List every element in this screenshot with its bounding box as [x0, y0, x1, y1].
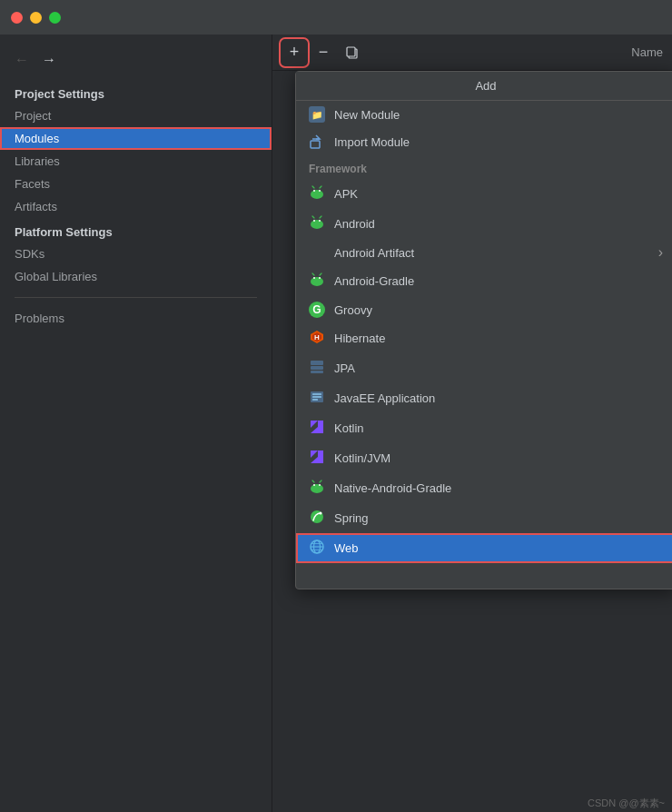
minimize-button[interactable] — [30, 12, 42, 24]
back-button[interactable]: ← — [11, 49, 33, 71]
add-dropdown: Add 📁 New Module Import Module Framewo — [295, 71, 672, 589]
kotlin-jvm-icon — [309, 449, 325, 468]
jpa-icon — [309, 359, 325, 378]
web-icon — [309, 539, 325, 558]
dropdown-header: Add — [296, 72, 672, 101]
apk-label: APK — [334, 187, 358, 201]
sidebar-nav: ← → — [0, 44, 272, 80]
forward-button[interactable]: → — [38, 49, 60, 71]
svg-line-18 — [320, 273, 321, 275]
svg-rect-1 — [347, 47, 355, 56]
dropdown-item-apk[interactable]: APK — [296, 179, 672, 209]
kotlin-jvm-label: Kotlin/JVM — [334, 451, 390, 465]
kotlin-icon — [309, 419, 325, 438]
svg-marker-29 — [311, 421, 318, 428]
dropdown-item-kotlin-jvm[interactable]: Kotlin/JVM — [296, 443, 672, 473]
groovy-label: Groovy — [334, 303, 372, 317]
add-button[interactable]: + — [282, 40, 307, 65]
svg-point-14 — [311, 277, 323, 286]
dropdown-item-jpa[interactable]: JPA — [296, 353, 672, 383]
dropdown-item-kotlin[interactable]: Kotlin — [296, 413, 672, 443]
dropdown-item-android[interactable]: Android — [296, 209, 672, 239]
new-module-label: New Module — [334, 108, 400, 122]
dropdown-item-spring[interactable]: Spring — [296, 503, 672, 533]
dropdown-item-import-module[interactable]: Import Module — [296, 128, 672, 155]
svg-line-13 — [320, 216, 321, 218]
svg-point-15 — [313, 277, 315, 279]
section-header-project-settings: Project Settings — [0, 80, 272, 104]
native-android-gradle-icon — [309, 479, 325, 498]
title-bar — [0, 0, 672, 35]
watermark: CSDN @@素素~ — [272, 795, 672, 812]
svg-line-36 — [312, 480, 314, 482]
spring-label: Spring — [334, 511, 369, 525]
android-artifact-label: Android Artifact — [334, 246, 414, 260]
sidebar-divider — [15, 297, 257, 298]
spring-icon — [309, 509, 325, 528]
jpa-label: JPA — [334, 361, 355, 375]
svg-point-10 — [313, 220, 315, 222]
javaee-icon — [309, 389, 325, 408]
dropdown-item-javaee[interactable]: JavaEE Application — [296, 383, 672, 413]
hibernate-icon: H — [309, 329, 325, 348]
android-label: Android — [334, 217, 375, 231]
copy-button[interactable] — [340, 40, 365, 65]
web-label: Web — [334, 541, 359, 555]
svg-line-17 — [312, 273, 314, 275]
svg-rect-26 — [312, 393, 321, 395]
svg-point-39 — [320, 512, 322, 515]
dropdown-item-new-module[interactable]: 📁 New Module — [296, 101, 672, 128]
close-button[interactable] — [11, 12, 23, 24]
sidebar-item-libraries[interactable]: Libraries — [0, 150, 272, 173]
sidebar-item-artifacts[interactable]: Artifacts — [0, 195, 272, 218]
main-layout: ← → Project Settings Project Modules Lib… — [0, 35, 672, 812]
svg-rect-22 — [311, 361, 323, 365]
new-module-icon: 📁 — [309, 106, 325, 123]
android-gradle-label: Android-Gradle — [334, 274, 414, 288]
svg-text:H: H — [314, 333, 320, 342]
svg-line-8 — [320, 186, 321, 188]
import-module-icon — [309, 134, 325, 150]
dropdown-item-groovy[interactable]: G Groovy — [296, 296, 672, 323]
svg-point-4 — [311, 190, 323, 199]
svg-rect-2 — [311, 141, 320, 148]
content-area: + − Name Add 📁 New Module — [272, 35, 672, 812]
sidebar-item-project[interactable]: Project — [0, 104, 272, 127]
groovy-icon: G — [309, 302, 325, 318]
dropdown-item-native-android-gradle[interactable]: Native-Android-Gradle — [296, 473, 672, 503]
android-gradle-icon — [309, 272, 325, 291]
sidebar: ← → Project Settings Project Modules Lib… — [0, 35, 272, 812]
dropdown-item-android-artifact[interactable]: Android Artifact — [296, 239, 672, 266]
column-name-header: Name — [631, 45, 663, 59]
svg-point-16 — [319, 277, 321, 279]
javaee-label: JavaEE Application — [334, 391, 435, 405]
svg-marker-31 — [311, 451, 318, 458]
apk-icon — [309, 184, 325, 203]
svg-point-33 — [311, 484, 323, 493]
import-module-label: Import Module — [334, 135, 410, 149]
dropdown-item-web[interactable]: Web — [296, 533, 672, 563]
svg-point-35 — [319, 484, 321, 486]
toolbar: + − Name — [272, 35, 672, 71]
sidebar-item-modules[interactable]: Modules — [0, 127, 272, 150]
remove-button[interactable]: − — [311, 40, 336, 65]
svg-line-7 — [312, 186, 314, 188]
svg-line-12 — [312, 216, 314, 218]
dropdown-item-hibernate[interactable]: H Hibernate — [296, 323, 672, 353]
section-header-platform-settings: Platform Settings — [0, 218, 272, 243]
dropdown-item-android-gradle[interactable]: Android-Gradle — [296, 266, 672, 296]
hibernate-label: Hibernate — [334, 332, 385, 345]
sidebar-item-problems[interactable]: Problems — [0, 307, 272, 330]
android-artifact-icon — [309, 244, 325, 261]
sidebar-item-sdks[interactable]: SDKs — [0, 243, 272, 265]
native-android-gradle-label: Native-Android-Gradle — [334, 481, 451, 495]
svg-rect-28 — [312, 399, 318, 401]
maximize-button[interactable] — [49, 12, 61, 24]
svg-line-37 — [320, 480, 321, 482]
dropdown-bottom-padding — [296, 563, 672, 589]
sidebar-item-global-libraries[interactable]: Global Libraries — [0, 265, 272, 288]
svg-rect-24 — [311, 371, 323, 373]
android-icon — [309, 214, 325, 233]
svg-point-9 — [311, 220, 323, 229]
sidebar-item-facets[interactable]: Facets — [0, 173, 272, 195]
